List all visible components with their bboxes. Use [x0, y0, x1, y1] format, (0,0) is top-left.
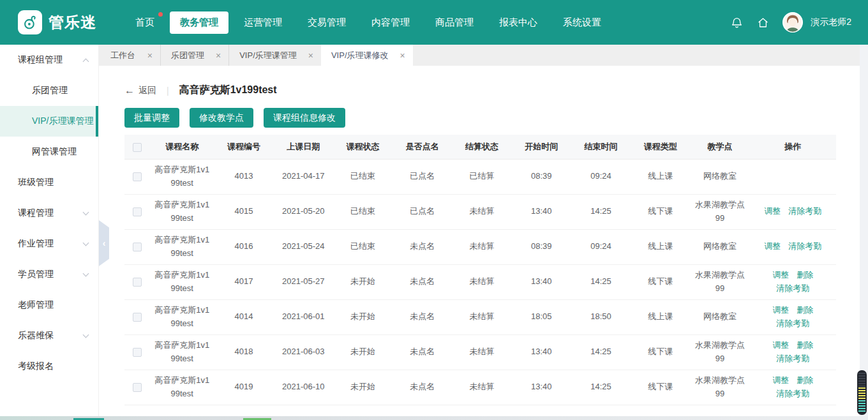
- action-link-调整[interactable]: 调整: [772, 305, 789, 315]
- button-课程组信息修改[interactable]: 课程组信息修改: [264, 108, 345, 128]
- action-link-清除考勤[interactable]: 清除考勤: [788, 206, 821, 216]
- cell-date: 2021-06-03: [274, 334, 333, 370]
- action-link-调整[interactable]: 调整: [764, 206, 781, 216]
- action-link-清除考勤[interactable]: 清除考勤: [776, 283, 809, 293]
- chevron-down-icon: [83, 270, 89, 276]
- action-link-清除考勤[interactable]: 清除考勤: [788, 241, 821, 251]
- tab-VIP/乐理课管理[interactable]: VIP/乐理课管理 ×: [228, 45, 321, 66]
- cell-settle: 未结算: [452, 264, 511, 299]
- action-link-删除[interactable]: 删除: [797, 270, 813, 280]
- action-link-调整[interactable]: 调整: [772, 270, 789, 280]
- cell-settle: 未结算: [452, 194, 511, 229]
- table-row: 高音萨克斯1v199test 4013 2021-04-17 已结束 已点名 已…: [124, 159, 836, 194]
- cell-end-time: 09:24: [571, 229, 631, 264]
- username[interactable]: 演示老师2: [811, 17, 851, 28]
- action-link-清除考勤[interactable]: 清除考勤: [776, 319, 809, 328]
- row-checkbox[interactable]: [133, 172, 142, 181]
- nav-item-教务管理[interactable]: 教务管理: [170, 11, 228, 34]
- sidebar-item-老师管理[interactable]: 老师管理: [0, 290, 98, 320]
- row-checkbox[interactable]: [133, 278, 142, 287]
- row-checkbox[interactable]: [133, 313, 142, 322]
- cell-settle: 未结算: [452, 229, 511, 264]
- sidebar-item-作业管理[interactable]: 作业管理: [0, 229, 98, 259]
- cell-settle: 未结算: [452, 334, 511, 370]
- sidebar-item-乐团管理[interactable]: 乐团管理: [0, 75, 98, 106]
- cell-course-id: 4016: [214, 229, 273, 264]
- sidebar-collapse-handle[interactable]: ‹: [99, 220, 109, 266]
- avatar[interactable]: [782, 12, 803, 33]
- home-icon[interactable]: [756, 16, 770, 29]
- sidebar-item-网管课管理[interactable]: 网管课管理: [0, 137, 98, 167]
- cell-status: 已结束: [333, 229, 393, 264]
- page-header: ← 返回 | 高音萨克斯1v199test: [124, 84, 277, 97]
- nav-item-首页[interactable]: 首页: [125, 11, 165, 34]
- sidebar-item-考级报名[interactable]: 考级报名: [0, 351, 98, 382]
- tab-VIP/乐理课修改[interactable]: VIP/乐理课修改 ×: [321, 45, 413, 66]
- nav-item-运营管理[interactable]: 运营管理: [234, 11, 292, 34]
- nav-item-内容管理[interactable]: 内容管理: [361, 11, 420, 34]
- row-checkbox[interactable]: [133, 383, 142, 392]
- cell-course-type: 线上课: [631, 229, 690, 264]
- cell-course-name: 高音萨克斯1v199test: [150, 334, 214, 370]
- action-link-调整[interactable]: 调整: [772, 375, 789, 385]
- sidebar-item-学员管理[interactable]: 学员管理: [0, 259, 98, 290]
- sidebar-item-课程管理[interactable]: 课程管理: [0, 198, 98, 229]
- cell-actions: 调整删除清除考勤: [750, 299, 836, 334]
- action-link-删除[interactable]: 删除: [797, 375, 813, 385]
- cell-start-time: 08:39: [512, 229, 571, 264]
- tab-工作台[interactable]: 工作台 ×: [100, 45, 160, 66]
- cell-course-name: 高音萨克斯1v199test: [150, 264, 214, 299]
- action-link-清除考勤[interactable]: 清除考勤: [776, 354, 809, 363]
- close-icon[interactable]: ×: [216, 51, 221, 60]
- close-icon[interactable]: ×: [308, 51, 313, 60]
- button-修改教学点[interactable]: 修改教学点: [190, 108, 253, 128]
- row-checkbox[interactable]: [133, 207, 142, 216]
- back-button[interactable]: ← 返回: [124, 85, 156, 96]
- music-note-logo-icon: [18, 10, 42, 34]
- bell-icon[interactable]: [730, 16, 744, 29]
- nav-item-交易管理[interactable]: 交易管理: [297, 11, 356, 34]
- horizontal-scrollbar[interactable]: [0, 416, 868, 420]
- app-title: 管乐迷: [49, 12, 96, 33]
- select-all-checkbox[interactable]: [133, 143, 142, 152]
- nav-item-商品管理[interactable]: 商品管理: [425, 11, 484, 34]
- notification-dot: [158, 12, 163, 17]
- close-icon[interactable]: ×: [147, 51, 153, 60]
- sidebar-item-VIP/乐理课管理[interactable]: VIP/乐理课管理: [0, 106, 98, 137]
- cell-status: 已结束: [333, 194, 393, 229]
- cell-end-time: 14:25: [571, 370, 631, 405]
- action-link-删除[interactable]: 删除: [797, 305, 813, 315]
- row-checkbox[interactable]: [133, 243, 142, 251]
- cell-course-name: 高音萨克斯1v199test: [150, 299, 214, 334]
- cell-settle: 已结算: [452, 159, 511, 194]
- cell-actions: 调整删除清除考勤: [750, 264, 836, 299]
- row-checkbox[interactable]: [133, 348, 142, 357]
- nav-item-系统设置[interactable]: 系统设置: [553, 11, 611, 34]
- button-批量调整[interactable]: 批量调整: [124, 108, 179, 128]
- cell-course-id: 4018: [214, 334, 273, 370]
- column-header-结算状态: 结算状态: [452, 135, 511, 159]
- action-link-删除[interactable]: 删除: [797, 340, 813, 350]
- chevron-down-icon: [83, 331, 89, 338]
- cell-course-name: 高音萨克斯1v199test: [150, 194, 214, 229]
- back-arrow-icon: ←: [124, 85, 135, 96]
- action-link-调整[interactable]: 调整: [764, 241, 781, 251]
- back-label: 返回: [138, 85, 156, 96]
- vertical-scrollbar[interactable]: [860, 45, 868, 420]
- close-icon[interactable]: ×: [400, 51, 405, 60]
- sidebar-item-乐器维保[interactable]: 乐器维保: [0, 320, 98, 351]
- nav-item-报表中心[interactable]: 报表中心: [489, 11, 548, 34]
- action-link-调整[interactable]: 调整: [772, 340, 789, 350]
- cell-end-time: 09:24: [571, 159, 631, 194]
- chevron-up-icon: [83, 58, 89, 64]
- sidebar-item-班级管理[interactable]: 班级管理: [0, 167, 98, 198]
- cell-actions: 调整清除考勤: [750, 194, 836, 229]
- cell-actions: 调整删除清除考勤: [750, 334, 836, 370]
- sidebar-item-课程组管理[interactable]: 课程组管理: [0, 45, 98, 75]
- table-header-row: 课程名称课程编号上课日期课程状态是否点名结算状态开始时间结束时间课程类型教学点操…: [124, 135, 836, 159]
- striped-extension-widget[interactable]: [857, 370, 867, 415]
- action-link-清除考勤[interactable]: 清除考勤: [776, 389, 809, 398]
- cell-status: 未开始: [333, 370, 393, 405]
- tab-乐团管理[interactable]: 乐团管理 ×: [160, 45, 228, 66]
- cell-rollcall: 未点名: [393, 370, 452, 405]
